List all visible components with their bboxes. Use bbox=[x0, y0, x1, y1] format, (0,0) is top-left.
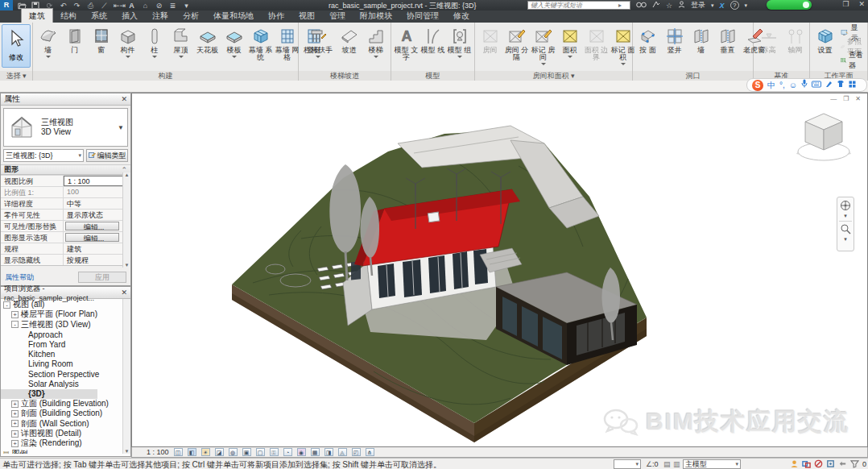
tree-item-from-yard[interactable]: From Yard bbox=[1, 339, 130, 349]
tab-architecture[interactable]: 建筑 bbox=[21, 8, 53, 23]
help-icon[interactable]: ? bbox=[730, 1, 739, 10]
search-binoculars-icon[interactable] bbox=[636, 1, 647, 10]
tree-item-floor-plan[interactable]: +楼层平面 (Floor Plan) bbox=[1, 309, 130, 319]
signin-dropdown-icon[interactable]: ▾ bbox=[711, 2, 714, 9]
project-browser-close-icon[interactable]: ✕ bbox=[121, 288, 127, 297]
column-button[interactable]: 柱 bbox=[141, 24, 167, 61]
help-dropdown-icon[interactable]: ▾ bbox=[745, 2, 748, 9]
ime-punctuation-icon[interactable]: °, bbox=[779, 79, 785, 91]
section-icon[interactable]: ⊘ bbox=[155, 2, 163, 10]
properties-help-link[interactable]: 属性帮助 bbox=[5, 272, 34, 283]
ime-toolbar[interactable]: S 中 °, ☺ bbox=[746, 78, 867, 92]
tree-item-3d-view[interactable]: -三维视图 (3D View) bbox=[1, 320, 130, 330]
ime-toolbox-icon[interactable] bbox=[849, 79, 856, 91]
property-row[interactable]: 零件可见性显示原状态 bbox=[1, 209, 130, 220]
property-row[interactable]: 详细程度中等 bbox=[1, 197, 130, 209]
tab-collaborate[interactable]: 协作 bbox=[261, 9, 291, 23]
rendering-dialog-icon[interactable]: ◍ bbox=[229, 448, 238, 456]
tree-item-3d-active[interactable]: {3D} bbox=[1, 389, 97, 399]
tab-massing-site[interactable]: 体量和场地 bbox=[206, 9, 261, 23]
tab-structure[interactable]: 结构 bbox=[53, 9, 84, 23]
property-row[interactable]: 显示隐藏线按规程 bbox=[1, 254, 130, 265]
tab-annotate[interactable]: 注释 bbox=[145, 9, 176, 23]
component-button[interactable]: 构件 bbox=[114, 24, 141, 61]
type-selector[interactable]: 三维视图 3D View ▼ bbox=[3, 108, 128, 147]
curtain-grid-button[interactable]: 幕墙 网格 bbox=[274, 24, 300, 62]
close-window-icon[interactable]: ✕ bbox=[858, 0, 865, 8]
undo-icon[interactable]: ↶ ▾ bbox=[59, 2, 68, 10]
tree-item-solar-analysis[interactable]: Solar Analysis bbox=[1, 379, 130, 388]
worksharing-user-icon[interactable] bbox=[790, 459, 799, 468]
vertical-opening-button[interactable]: 垂直 bbox=[714, 24, 741, 55]
print-icon[interactable]: ⎙ bbox=[86, 2, 95, 10]
exclusion-icon[interactable] bbox=[814, 459, 823, 468]
worksets-dialog-icon[interactable]: ▤ bbox=[663, 460, 671, 468]
type-selector-dropdown-icon[interactable]: ▼ bbox=[118, 124, 127, 131]
steering-wheel-icon[interactable] bbox=[840, 200, 851, 211]
ime-keyboard-icon[interactable] bbox=[812, 79, 821, 91]
tab-addins[interactable]: 附加模块 bbox=[353, 9, 399, 23]
crop-view-icon[interactable]: ▣ bbox=[242, 448, 251, 456]
wheel-dropdown-icon[interactable]: ▾ bbox=[844, 213, 847, 219]
design-option-combo[interactable]: ▾ bbox=[614, 459, 641, 469]
navigation-bar[interactable]: ▾ ▾ bbox=[837, 197, 854, 251]
qat-overflow-icon[interactable]: ▾ bbox=[182, 2, 191, 10]
tree-item-living-room[interactable]: Living Room bbox=[1, 359, 130, 369]
set-work-plane-button[interactable]: 设置 bbox=[812, 24, 838, 55]
show-crop-region-icon[interactable]: ▢ bbox=[256, 448, 265, 456]
workset-display-icon[interactable]: ▥ bbox=[673, 460, 680, 468]
ime-microphone-icon[interactable] bbox=[801, 79, 808, 91]
area-button[interactable]: 面积 bbox=[556, 24, 583, 61]
property-row[interactable]: 图形显示选项编辑... bbox=[1, 231, 130, 243]
tree-item-section-perspective[interactable]: Section Perspective bbox=[1, 369, 130, 379]
signin-label[interactable]: 登录 bbox=[691, 0, 705, 10]
application-menu-button[interactable]: R bbox=[0, 0, 13, 10]
restore-window-icon[interactable]: ❐ bbox=[842, 0, 849, 8]
active-workset-combo[interactable]: 主模型▾ bbox=[683, 459, 741, 469]
recorder-toggle[interactable] bbox=[767, 0, 812, 10]
shadows-icon[interactable]: ◪ bbox=[215, 448, 224, 456]
property-row[interactable]: 比例值 1:100 bbox=[1, 186, 130, 197]
visual-style-icon[interactable]: ◧ bbox=[188, 448, 196, 456]
properties-scrollbar[interactable]: ▲▼ bbox=[122, 172, 130, 268]
redo-icon[interactable]: ↷ ▾ bbox=[72, 2, 81, 10]
editable-only-icon[interactable]: ∠ bbox=[646, 460, 652, 468]
worksharing-display-icon[interactable]: ▦ bbox=[311, 448, 320, 456]
ime-emoji-icon[interactable]: ☺ bbox=[789, 79, 797, 91]
stair-button[interactable]: 楼梯 bbox=[362, 24, 389, 61]
wall-opening-button[interactable]: 墙 bbox=[688, 24, 714, 55]
tree-item-kitchen[interactable]: Kitchen bbox=[1, 349, 130, 359]
favorites-star-icon[interactable]: ☆ bbox=[666, 2, 672, 10]
temporary-hide-isolate-icon[interactable]: ◔ bbox=[283, 448, 292, 456]
press-drag-icon[interactable] bbox=[826, 459, 835, 468]
tab-analyze[interactable]: 分析 bbox=[176, 9, 206, 23]
tree-item-legend[interactable]: ▤图例 bbox=[1, 448, 130, 454]
sun-path-icon[interactable]: ☀ bbox=[201, 448, 210, 456]
instance-selector[interactable]: 三维视图: {3D}▾ bbox=[3, 149, 84, 162]
ramp-button[interactable]: 坡道 bbox=[336, 24, 362, 55]
modify-button[interactable]: 修改 bbox=[2, 24, 31, 68]
tree-item-rendering[interactable]: +渲染 (Rendering) bbox=[1, 438, 130, 448]
properties-close-icon[interactable]: ✕ bbox=[121, 95, 127, 103]
tree-item-building-elevation[interactable]: +立面 (Building Elevation) bbox=[1, 399, 130, 409]
select-arrows-icon[interactable] bbox=[838, 459, 847, 468]
thin-lines-icon[interactable]: ≣ bbox=[168, 2, 177, 10]
room-separator-button[interactable]: 房间 分隔 bbox=[503, 24, 530, 62]
user-icon[interactable] bbox=[678, 1, 685, 10]
ime-handwriting-icon[interactable] bbox=[825, 79, 833, 91]
model-line-button[interactable]: 模型 线 bbox=[420, 24, 446, 55]
drawing-area[interactable]: — ❐ ✕ ▾ ▾ BIM技术 bbox=[131, 93, 868, 447]
tree-item-approach[interactable]: Approach bbox=[1, 330, 130, 339]
highlight-displacement-icon[interactable]: ◰ bbox=[352, 448, 361, 456]
curtain-system-button[interactable]: 幕墙 系统 bbox=[247, 24, 274, 62]
opening-by-face-button[interactable]: 按 面 bbox=[634, 24, 661, 55]
roof-button[interactable]: 屋顶 bbox=[167, 24, 194, 61]
shaft-opening-button[interactable]: 竖井 bbox=[661, 24, 688, 55]
wall-button[interactable]: 墙 bbox=[35, 24, 61, 61]
detail-level-icon[interactable]: ◫ bbox=[174, 448, 183, 456]
tab-view[interactable]: 视图 bbox=[291, 9, 322, 23]
model-group-button[interactable]: 模型 组 bbox=[446, 24, 473, 61]
tab-modify[interactable]: 修改 bbox=[446, 9, 477, 23]
search-input[interactable] bbox=[528, 2, 618, 9]
subscription-icon[interactable] bbox=[652, 1, 660, 10]
